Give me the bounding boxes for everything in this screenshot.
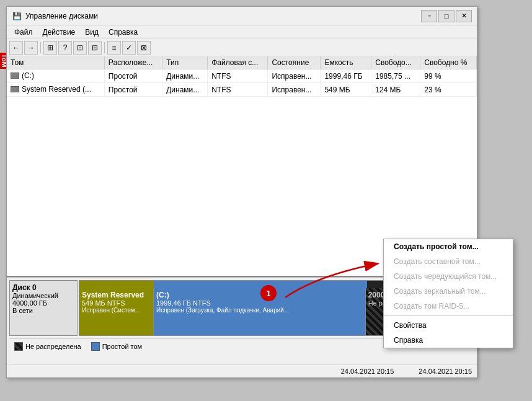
- table-row[interactable]: System Reserved (... Простой Динами... N…: [7, 83, 477, 97]
- cell-location: Простой: [104, 69, 162, 83]
- toolbar: ← → ⊞ ? ⊡ ⊟ ≡ ✓ ⊠: [7, 39, 477, 56]
- status-datetime-1: 24.04.2021 20:15: [341, 368, 394, 375]
- partition-system-reserved[interactable]: System Reserved 549 МБ NTFS Исправен (Си…: [79, 288, 154, 335]
- top-seg-system-reserved: [79, 281, 154, 288]
- context-menu-create-composite: Создать составной том...: [384, 254, 513, 269]
- legend-label-simple: Простой том: [102, 343, 142, 350]
- toolbar-btn-6[interactable]: ✓: [122, 41, 136, 55]
- menu-file[interactable]: Файл: [9, 27, 38, 38]
- cell-free-pct: 99 %: [420, 69, 477, 83]
- cell-fs: NTFS: [208, 83, 268, 97]
- toolbar-btn-7[interactable]: ⊠: [137, 41, 151, 55]
- cell-type: Динами...: [162, 69, 208, 83]
- disk-size: 4000,00 ГБ: [12, 299, 74, 307]
- legend-label-unallocated: Не распределена: [25, 343, 81, 350]
- status-bar: 24.04.2021 20:15 24.04.2021 20:15: [7, 364, 477, 377]
- cell-free-pct: 23 %: [420, 83, 477, 97]
- cell-status: Исправен...: [268, 83, 321, 97]
- close-button[interactable]: ✕: [456, 10, 472, 22]
- menu-bar: Файл Действие Вид Справка: [7, 25, 477, 39]
- partition-status: Исправен (Загрузка, Файл подкачки, Авари…: [156, 307, 363, 314]
- context-menu-create-raid5: Создать том RAID-5...: [384, 299, 513, 314]
- annotation-number: 1: [260, 285, 277, 301]
- col-free-pct[interactable]: Свободно %: [420, 56, 477, 69]
- partition-status: Исправен (Систем...: [82, 307, 151, 314]
- toolbar-btn-5[interactable]: ≡: [107, 41, 121, 55]
- minimize-button[interactable]: －: [421, 10, 437, 22]
- cell-free: 1985,75 ...: [371, 69, 420, 83]
- col-capacity[interactable]: Емкость: [321, 56, 371, 69]
- volume-table: Том Расположе... Тип Файловая с... Состо…: [7, 56, 477, 97]
- col-free[interactable]: Свободо...: [371, 56, 420, 69]
- disk-name: Диск 0: [12, 283, 74, 292]
- disk-network: В сети: [12, 307, 74, 314]
- col-filesystem[interactable]: Файловая с...: [208, 56, 268, 69]
- disk-icon: [11, 86, 19, 92]
- toolbar-separator-2: [104, 42, 105, 53]
- disk-icon: [11, 73, 19, 79]
- forward-button[interactable]: →: [24, 41, 38, 55]
- toolbar-separator-1: [40, 42, 41, 53]
- col-status[interactable]: Состояние: [268, 56, 321, 69]
- toolbar-btn-grid[interactable]: ⊞: [43, 41, 57, 55]
- title-bar-buttons: － □ ✕: [421, 10, 472, 22]
- toolbar-btn-3[interactable]: ⊡: [73, 41, 87, 55]
- window-title: Управление дисками: [25, 12, 421, 20]
- menu-action[interactable]: Действие: [38, 27, 81, 38]
- context-menu-properties[interactable]: Свойства: [384, 318, 513, 333]
- legend-icon-simple: [91, 342, 100, 351]
- context-menu-separator: [384, 315, 513, 316]
- context-menu-help[interactable]: Справка: [384, 333, 513, 348]
- cell-type: Динами...: [162, 83, 208, 97]
- menu-help[interactable]: Справка: [104, 27, 143, 38]
- window-icon: 💾: [12, 11, 22, 21]
- cell-free: 124 МБ: [371, 83, 420, 97]
- title-bar: 💾 Управление дисками － □ ✕: [7, 7, 477, 25]
- legend-item-simple: Простой том: [91, 342, 142, 351]
- toolbar-btn-4[interactable]: ⊟: [88, 41, 102, 55]
- cell-capacity: 1999,46 ГБ: [321, 69, 371, 83]
- disk-type: Динамический: [12, 292, 74, 299]
- status-datetime-2: 24.04.2021 20:15: [419, 368, 472, 375]
- col-type[interactable]: Тип: [162, 56, 208, 69]
- legend-icon-unallocated: [14, 342, 23, 351]
- table-row[interactable]: (C:) Простой Динами... NTFS Исправен... …: [7, 69, 477, 83]
- menu-view[interactable]: Вид: [80, 27, 104, 38]
- col-location[interactable]: Расположе...: [104, 56, 162, 69]
- back-button[interactable]: ←: [9, 41, 23, 55]
- cell-volume-name: (C:): [7, 69, 104, 83]
- cell-volume-name: System Reserved (...: [7, 83, 104, 97]
- annotation-marker: 1: [260, 285, 277, 301]
- col-volume[interactable]: Том: [7, 56, 104, 69]
- partition-name: System Reserved: [82, 291, 151, 299]
- cell-location: Простой: [104, 83, 162, 97]
- cell-status: Исправен...: [268, 69, 321, 83]
- context-menu-create-mirror: Создать зеркальный том...: [384, 284, 513, 299]
- maximize-button[interactable]: □: [438, 10, 454, 22]
- partition-size: 1999,46 ГБ NTFS: [156, 299, 363, 307]
- partition-name: (C:): [156, 291, 363, 299]
- toolbar-btn-help[interactable]: ?: [58, 41, 72, 55]
- context-menu: Создать простой том... Создать составной…: [383, 239, 513, 348]
- context-menu-create-striped: Создать чередующийся том...: [384, 269, 513, 284]
- cell-fs: NTFS: [208, 69, 268, 83]
- legend-item-unallocated: Не распределена: [14, 342, 81, 351]
- context-menu-create-simple[interactable]: Создать простой том...: [384, 239, 513, 254]
- partition-c[interactable]: (C:) 1999,46 ГБ NTFS Исправен (Загрузка,…: [154, 288, 366, 335]
- cell-capacity: 549 МБ: [321, 83, 371, 97]
- disk-label: Диск 0 Динамический 4000,00 ГБ В сети: [9, 280, 78, 336]
- partition-size: 549 МБ NTFS: [82, 299, 151, 307]
